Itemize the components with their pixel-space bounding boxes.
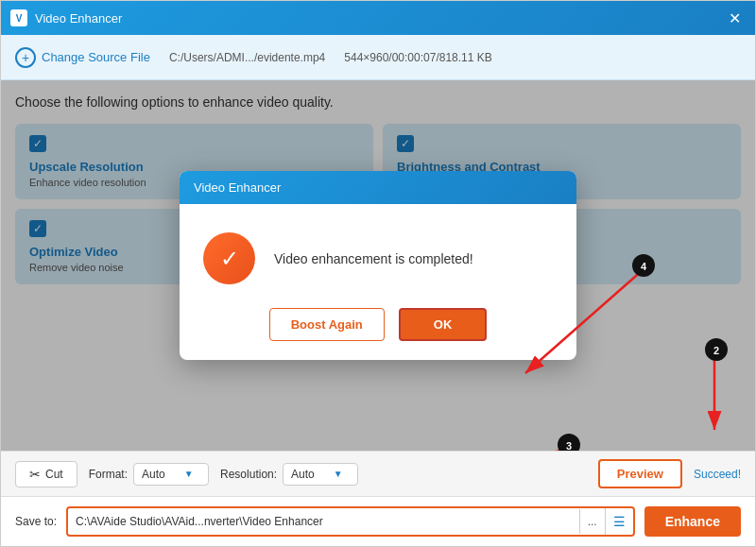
format-label: Format: xyxy=(89,468,128,481)
ok-button[interactable]: OK xyxy=(399,308,488,341)
succeed-status: Succeed! xyxy=(694,468,741,481)
modal-header: Video Enhancer xyxy=(180,171,576,204)
preview-button[interactable]: Preview xyxy=(598,459,682,488)
resolution-value: Auto xyxy=(291,468,315,481)
close-button[interactable]: ✕ xyxy=(723,7,746,29)
bottom-bar: ✂ Cut Format: Auto ▼ Resolution: Auto ▼ … xyxy=(1,451,755,496)
resolution-arrow-icon: ▼ xyxy=(334,469,343,479)
cut-button[interactable]: ✂ Cut xyxy=(15,461,77,487)
window-title: Video Enhancer xyxy=(35,11,122,26)
modal-message: Video enhancement is completed! xyxy=(274,251,473,266)
title-bar-left: V Video Enhancer xyxy=(10,9,122,26)
title-bar: V Video Enhancer ✕ xyxy=(1,1,755,35)
save-row: Save to: ... ☰ Enhance xyxy=(1,496,755,546)
add-icon: + xyxy=(15,47,36,68)
modal-footer: Boost Again OK xyxy=(180,308,576,360)
resolution-label: Resolution: xyxy=(220,468,277,481)
scissors-icon: ✂ xyxy=(29,467,41,482)
success-icon: ✓ xyxy=(203,232,255,284)
modal-title: Video Enhancer xyxy=(194,180,281,195)
browse-list-button[interactable]: ☰ xyxy=(605,508,633,535)
resolution-group: Resolution: Auto ▼ xyxy=(220,463,358,486)
checkmark-icon: ✓ xyxy=(220,246,239,272)
change-source-button[interactable]: + Change Source File xyxy=(15,47,150,68)
save-to-label: Save to: xyxy=(15,515,57,528)
resolution-select[interactable]: Auto ▼ xyxy=(283,463,358,486)
change-source-label: Change Source File xyxy=(42,50,150,64)
modal-overlay: Video Enhancer ✓ Video enhancement is co… xyxy=(1,80,755,451)
format-select[interactable]: Auto ▼ xyxy=(133,463,209,486)
save-path-input[interactable] xyxy=(68,509,579,534)
browse-dots-button[interactable]: ... xyxy=(579,509,605,534)
boost-again-button[interactable]: Boost Again xyxy=(269,308,385,341)
content-area: Choose the following options to enhance … xyxy=(1,80,755,451)
enhance-button[interactable]: Enhance xyxy=(644,506,741,537)
file-path: C:/Users/ADMI.../evidente.mp4 xyxy=(169,51,325,64)
modal-body: ✓ Video enhancement is completed! xyxy=(180,204,576,308)
format-arrow-icon: ▼ xyxy=(184,469,194,479)
format-value: Auto xyxy=(142,468,165,481)
app-icon: V xyxy=(10,9,27,26)
main-window: V Video Enhancer ✕ + Change Source File … xyxy=(0,0,756,547)
format-group: Format: Auto ▼ xyxy=(89,463,209,486)
cut-label: Cut xyxy=(45,468,63,481)
file-meta: 544×960/00:00:07/818.11 KB xyxy=(344,51,491,64)
toolbar: + Change Source File C:/Users/ADMI.../ev… xyxy=(1,35,755,80)
modal-dialog: Video Enhancer ✓ Video enhancement is co… xyxy=(180,171,576,360)
save-path-container: ... ☰ xyxy=(66,506,635,537)
file-info: C:/Users/ADMI.../evidente.mp4 544×960/00… xyxy=(169,51,492,64)
